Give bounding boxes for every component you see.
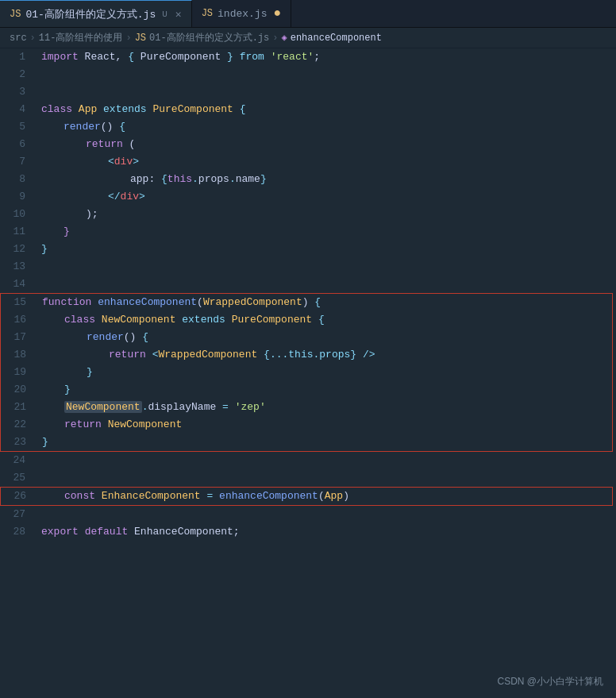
breadcrumb-part2: 11-高阶组件的使用 xyxy=(39,31,123,44)
line-25: 25 xyxy=(0,469,616,487)
line-15: 15 function enhanceComponent(WrappedComp… xyxy=(1,294,612,311)
line-7: 7 <div> xyxy=(0,153,616,171)
lc-25 xyxy=(38,469,616,487)
editor: 1 import React, { PureComponent } from '… xyxy=(0,48,616,541)
lc-8: app: {this.props.name} xyxy=(38,171,616,188)
tab-1-label: 01-高阶组件的定义方式.js xyxy=(25,7,156,21)
lc-26: const EnhanceComponent = enhanceComponen… xyxy=(39,488,612,505)
tab-2-modified: ● xyxy=(273,6,281,21)
ln-24: 24 xyxy=(0,452,38,469)
js-icon-tab2: JS xyxy=(202,8,213,19)
line-26: 26 const EnhanceComponent = enhanceCompo… xyxy=(1,488,612,505)
lc-19: } xyxy=(39,364,612,381)
ln-20: 20 xyxy=(1,381,39,399)
ln-26: 26 xyxy=(1,488,39,505)
ln-23: 23 xyxy=(1,434,39,451)
breadcrumb-src: src xyxy=(10,33,27,44)
lc-9: </div> xyxy=(38,188,616,206)
line-3: 3 xyxy=(0,83,616,101)
ln-6: 6 xyxy=(0,136,38,153)
lc-4: class App extends PureComponent { xyxy=(38,101,616,118)
highlight-block-2: 26 const EnhanceComponent = enhanceCompo… xyxy=(0,487,613,506)
line-1: 1 import React, { PureComponent } from '… xyxy=(0,48,616,66)
ln-12: 12 xyxy=(0,241,38,258)
newcomponent-highlight: NewComponent xyxy=(64,401,142,413)
lc-12: } xyxy=(38,241,616,258)
ln-7: 7 xyxy=(0,153,38,171)
js-icon-tab1: JS xyxy=(10,9,21,20)
line-23: 23 } xyxy=(1,434,612,451)
lc-24 xyxy=(38,452,616,469)
line-27: 27 xyxy=(0,506,616,523)
line-11: 11 } xyxy=(0,223,616,241)
tab-1-unsaved: U xyxy=(162,10,167,19)
line-24: 24 xyxy=(0,452,616,469)
lc-5: render() { xyxy=(38,118,616,136)
tab-1-close[interactable]: ✕ xyxy=(175,8,182,21)
lc-16: class NewComponent extends PureComponent… xyxy=(39,311,612,329)
tab-1[interactable]: JS 01-高阶组件的定义方式.js U ✕ xyxy=(0,0,192,27)
ln-16: 16 xyxy=(1,311,39,329)
ln-25: 25 xyxy=(0,469,38,487)
breadcrumb-component-icon: ◈ xyxy=(281,32,287,44)
lc-13 xyxy=(38,258,616,276)
ln-5: 5 xyxy=(0,118,38,136)
lc-10: ); xyxy=(38,206,616,223)
lc-21: NewComponent.displayName = 'zep' xyxy=(39,399,612,416)
line-9: 9 </div> xyxy=(0,188,616,206)
line-28: 28 export default EnhanceComponent; xyxy=(0,523,616,541)
line-5: 5 render() { xyxy=(0,118,616,136)
ln-3: 3 xyxy=(0,83,38,101)
line-20: 20 } xyxy=(1,381,612,399)
line-13: 13 xyxy=(0,258,616,276)
ln-13: 13 xyxy=(0,258,38,276)
line-16: 16 class NewComponent extends PureCompon… xyxy=(1,311,612,329)
ln-8: 8 xyxy=(0,171,38,188)
breadcrumb-sep3: › xyxy=(272,33,278,44)
line-22: 22 return NewComponent xyxy=(1,416,612,434)
ln-9: 9 xyxy=(0,188,38,206)
ln-22: 22 xyxy=(1,416,39,434)
line-21: 21 NewComponent.displayName = 'zep' xyxy=(1,399,612,416)
ln-19: 19 xyxy=(1,364,39,381)
line-10: 10 ); xyxy=(0,206,616,223)
tab-bar: JS 01-高阶组件的定义方式.js U ✕ JS index.js ● xyxy=(0,0,616,28)
line-6: 6 return ( xyxy=(0,136,616,153)
line-19: 19 } xyxy=(1,364,612,381)
lc-1: import React, { PureComponent } from 're… xyxy=(38,48,616,66)
lc-11: } xyxy=(38,223,616,241)
lc-7: <div> xyxy=(38,153,616,171)
lc-17: render() { xyxy=(39,329,612,346)
watermark: CSDN @小小白学计算机 xyxy=(497,675,603,688)
lc-20: } xyxy=(39,381,612,399)
lc-2 xyxy=(38,66,616,83)
ln-21: 21 xyxy=(1,399,39,416)
ln-4: 4 xyxy=(0,101,38,118)
line-12: 12 } xyxy=(0,241,616,258)
ln-11: 11 xyxy=(0,223,38,241)
lc-22: return NewComponent xyxy=(39,416,612,434)
lc-15: function enhanceComponent(WrappedCompone… xyxy=(39,294,612,311)
lc-3 xyxy=(38,83,616,101)
ln-2: 2 xyxy=(0,66,38,83)
ln-15: 15 xyxy=(1,294,39,311)
lc-14 xyxy=(38,276,616,293)
ln-28: 28 xyxy=(0,523,38,541)
breadcrumb-sep2: › xyxy=(125,33,131,44)
line-2: 2 xyxy=(0,66,616,83)
line-8: 8 app: {this.props.name} xyxy=(0,171,616,188)
breadcrumb: src › 11-高阶组件的使用 › JS 01-高阶组件的定义方式.js › … xyxy=(0,28,616,48)
highlight-block-1: 15 function enhanceComponent(WrappedComp… xyxy=(0,293,613,452)
lc-6: return ( xyxy=(38,136,616,153)
line-4: 4 class App extends PureComponent { xyxy=(0,101,616,118)
breadcrumb-js-icon: JS xyxy=(135,33,146,44)
ln-18: 18 xyxy=(1,346,39,364)
breadcrumb-sep1: › xyxy=(30,33,36,44)
lc-18: return <WrappedComponent {...this.props}… xyxy=(39,346,612,364)
tab-2-label: index.js xyxy=(218,8,267,20)
line-18: 18 return <WrappedComponent {...this.pro… xyxy=(1,346,612,364)
tab-2[interactable]: JS index.js ● xyxy=(192,0,291,27)
ln-17: 17 xyxy=(1,329,39,346)
ln-27: 27 xyxy=(0,506,38,523)
ln-1: 1 xyxy=(0,48,38,66)
